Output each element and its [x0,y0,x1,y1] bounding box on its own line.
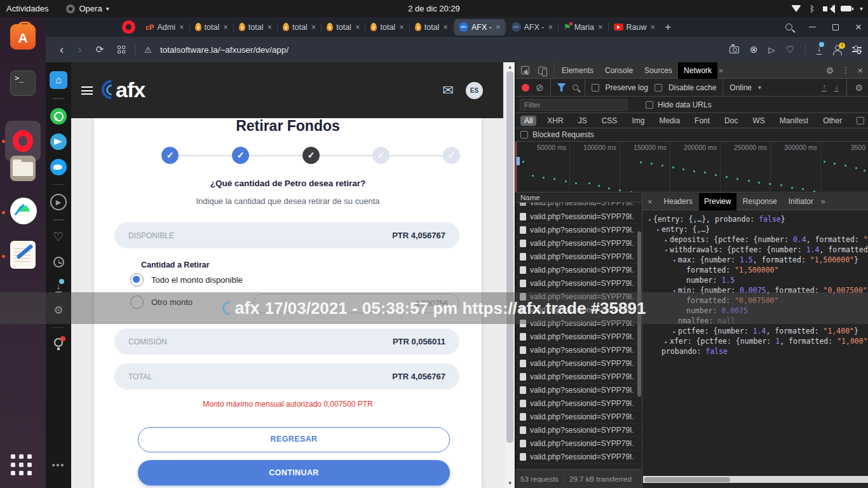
search-icon[interactable] [785,24,792,30]
speed-dial-icon[interactable]: ⌂ [50,71,67,89]
tree-open-arrow-icon[interactable]: ▾ [671,286,678,295]
browser-tab-total[interactable]: total× [278,19,320,36]
table-row[interactable]: valid.php?sessionid=SYPP79I. [515,397,642,410]
request-list-scrollbar[interactable] [637,231,641,396]
table-row[interactable]: valid.php?sessionid=SYPP79I. [515,277,642,290]
table-row[interactable]: valid.php?sessionid=SYPP79I. [515,357,642,370]
table-row[interactable]: valid.php?sessionid=SYPP79I. [515,237,642,250]
tab-close-icon[interactable]: × [548,22,553,32]
step-5-light[interactable]: ✓ [443,147,460,164]
device-toolbar-icon[interactable] [538,67,546,74]
minimize-button[interactable] [809,27,816,28]
filter-input[interactable]: Filter [520,99,628,111]
type-filter-img[interactable]: Img [628,116,648,126]
json-tree-line[interactable]: ▾min: {number: 0.0075, formatted: "0,007… [642,285,868,295]
step-2-blue[interactable]: ✓ [232,147,249,164]
radio-option-other[interactable]: Otro monto [130,295,193,309]
settings-gear-icon[interactable]: ⚙ [53,304,63,317]
adblock-icon[interactable]: ⊗ [750,44,758,55]
browser-tab-total[interactable]: total× [366,19,408,36]
profile-icon[interactable]: ! [832,45,841,54]
browser-tab-total[interactable]: total× [234,19,276,36]
type-filter-css[interactable]: CSS [598,116,621,126]
import-har-icon[interactable]: ↑ [822,83,827,92]
type-filter-ws[interactable]: WS [749,116,768,126]
detail-tab-initiator[interactable]: Initiator [783,193,818,210]
easy-setup-icon[interactable] [852,46,862,53]
hamburger-menu-icon[interactable] [81,86,93,95]
table-row[interactable]: valid.php?sessionid=SYPP79I. [515,250,642,264]
table-row[interactable]: valid.php?sessionid=SYPP79I. [515,384,642,397]
more-detail-tabs-icon[interactable]: » [821,197,825,206]
downloads-sidebar-icon[interactable]: ↓ [55,281,62,292]
new-tab-button[interactable]: + [665,21,671,34]
json-tree-line[interactable]: ▸xfer: {pctfee: {number: 1, formatted: "… [642,336,868,346]
devtools-menu-icon[interactable]: ⋮ [841,65,850,75]
type-filter-all[interactable]: All [520,116,536,126]
telegram-icon[interactable] [50,133,67,150]
has-blocked-cookies-checkbox[interactable] [857,117,864,125]
table-row[interactable]: valid.php?sessionid=SYPP79I. [515,451,642,464]
url-text[interactable]: totalsoftware.la/~afxuser/dev/app/ [160,45,288,55]
throttling-select[interactable]: Online [729,83,752,92]
tree-closed-arrow-icon[interactable]: ▸ [663,337,670,346]
disable-cache-checkbox[interactable] [654,84,662,92]
tree-open-arrow-icon[interactable]: ▾ [646,215,653,224]
type-filter-manifest[interactable]: Manifest [776,116,812,126]
tab-close-icon[interactable]: × [598,22,603,32]
close-button[interactable]: × [855,24,862,30]
table-row[interactable]: valid.php?sessionid=SYPP79I. [515,437,642,451]
type-filter-media[interactable]: Media [655,116,684,126]
preserve-log-label[interactable]: Preserve log [606,83,648,92]
type-filter-doc[interactable]: Doc [721,116,742,126]
dock-item-terminal[interactable]: >_ [10,71,36,96]
devtools-tab-network[interactable]: Network [678,62,717,79]
json-tree-line[interactable]: ▾max: {number: 1.5, formatted: "1,500000… [642,255,868,265]
browser-tab-total[interactable]: total× [410,19,452,36]
preserve-log-checkbox[interactable] [592,84,599,92]
json-tree-line[interactable]: ▸deposits: {pctfee: {number: 0.4, format… [642,234,868,245]
tab-close-icon[interactable]: × [355,22,360,32]
show-applications-button[interactable] [11,454,35,478]
json-tree-line[interactable]: formatted: "0,007500" [642,295,868,306]
devtools-tab-sources[interactable]: Sources [639,62,678,79]
table-row[interactable]: valid.php?sessionid=SYPP79I. [515,344,642,357]
table-row[interactable]: valid.php?sessionid=SYPP79I. [515,370,642,384]
browser-tab-admi[interactable]: cPAdmi× [141,19,189,36]
snapshot-icon[interactable] [729,46,739,53]
back-button-regresar[interactable]: REGRESAR [138,427,450,452]
close-detail-icon[interactable]: × [642,197,658,207]
history-icon[interactable] [53,257,64,268]
browser-tab-total[interactable]: total× [191,19,233,36]
scroll-down-arrow[interactable]: ▼ [505,480,515,486]
tree-open-arrow-icon[interactable]: ▾ [663,245,670,255]
type-filter-font[interactable]: Font [691,116,714,126]
tab-close-icon[interactable]: × [443,22,448,32]
back-button[interactable]: ‹ [60,43,64,57]
json-tree-line[interactable]: ▾entry: {,…} [642,224,868,234]
type-filter-other[interactable]: Other [819,116,846,126]
filter-funnel-icon[interactable] [557,83,566,92]
table-row[interactable]: valid.php?sessionid=SYPP79I. [515,304,642,317]
tree-closed-arrow-icon[interactable]: ▸ [663,235,670,245]
tips-bulb-icon[interactable] [54,338,63,347]
name-column-header[interactable]: Name [515,193,642,203]
language-badge[interactable]: ES [466,82,483,99]
tab-close-icon[interactable]: × [651,22,656,32]
network-overview-timeline[interactable]: 50000 ms100000 ms150000 ms200000 ms25000… [515,142,868,193]
page-scrollbar[interactable]: ▲ ▼ [505,62,515,488]
blocked-requests-label[interactable]: Blocked Requests [532,130,594,139]
afx-logo[interactable]: afx [102,76,178,107]
detail-tab-preview[interactable]: Preview [699,193,736,210]
scrollbar-thumb[interactable] [506,71,513,443]
json-tree-line[interactable]: formatted: "1,500000" [642,265,868,275]
table-row[interactable]: valid.php?sessionid=SYPP79I. [515,264,642,277]
json-tree-line[interactable]: number: 0.0075 [642,306,868,316]
devtools-tab-elements[interactable]: Elements [556,62,599,79]
inspect-element-icon[interactable] [521,66,529,74]
forward-button[interactable]: › [78,43,81,57]
player-icon[interactable]: ▶ [50,194,67,210]
downloads-icon[interactable]: ↓ [817,44,822,55]
tab-tiling-icon[interactable] [118,46,126,54]
json-tree-line[interactable]: ▸pctfee: {number: 1.4, formatted: "1,400… [642,326,868,336]
